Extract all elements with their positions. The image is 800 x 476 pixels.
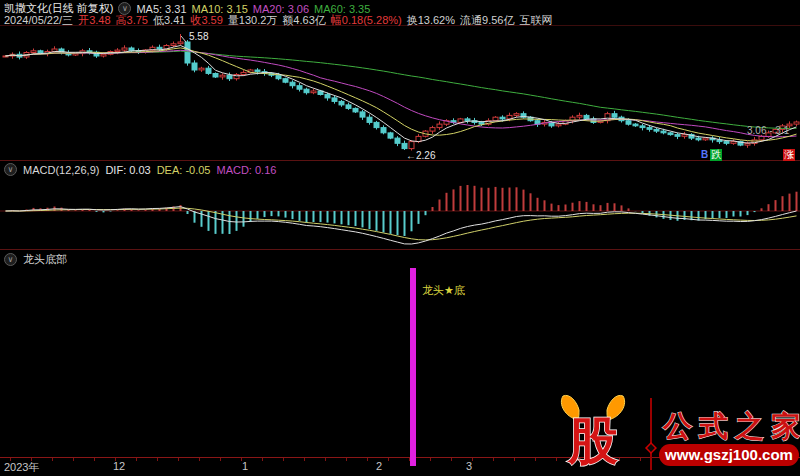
axis-tick <box>199 458 200 461</box>
axis-tick <box>262 458 263 461</box>
axis-tick <box>283 458 284 461</box>
axis-tick <box>178 458 179 461</box>
axis-tick <box>52 458 53 461</box>
axis-tick <box>367 458 368 461</box>
axis-label: 2023年 <box>4 460 39 475</box>
axis-tick <box>493 458 494 461</box>
signal-badge-b: B <box>701 149 708 161</box>
axis-tick <box>514 458 515 461</box>
axis-tick <box>430 458 431 461</box>
axis-tick <box>451 458 452 461</box>
dea-value: DEA: -0.05 <box>157 164 211 176</box>
date-value: 2024/05/22/三 <box>4 13 73 28</box>
signal-badge-down: 跌 <box>710 149 722 161</box>
macd-header: ∨ MACD(12,26,9) DIF: 0.03 DEA: -0.05 MAC… <box>4 163 276 176</box>
axis-tick <box>157 458 158 461</box>
signal-bar <box>410 268 416 466</box>
chevron-down-icon[interactable]: ∨ <box>4 253 17 266</box>
ma60-line <box>6 51 797 128</box>
axis-tick <box>346 458 347 461</box>
axis-tick <box>220 458 221 461</box>
axis-tick <box>304 458 305 461</box>
stock-app-window: 凯撒文化(日线 前复权) ∨ MA5: 3.31 MA10: 3.15 MA20… <box>0 0 800 476</box>
axis-tick <box>325 458 326 461</box>
logo-char: 股 <box>566 413 618 469</box>
close-value: 收3.59 <box>190 13 222 28</box>
axis-tick <box>472 458 473 461</box>
ma10-line <box>6 48 797 141</box>
high-value: 高3.75 <box>116 13 148 28</box>
axis-label: 3 <box>466 460 472 472</box>
right-price-label: 3.06 - 3.1 <box>747 125 790 136</box>
diamond-icon <box>646 443 656 453</box>
signal-panel-header: ∨ 龙头底部 <box>4 252 67 267</box>
signal-label: 龙头★底 <box>422 283 465 298</box>
signal-badge-up: 涨 <box>783 149 795 161</box>
low-price-label: ←2.26 <box>406 150 436 160</box>
axis-tick <box>535 458 536 461</box>
range-value: 幅0.18(5.28%) <box>331 13 402 28</box>
dif-value: DIF: 0.03 <box>105 164 150 176</box>
industry-value: 互联网 <box>519 13 552 28</box>
watermark-logo: 股 公式之家 www.gszj100.com <box>553 392 800 476</box>
panel-separator <box>0 249 800 250</box>
site-url: www.gszj100.com <box>664 446 793 463</box>
ma20-line <box>6 50 797 137</box>
high-price-label: 5.58 <box>189 31 209 42</box>
axis-tick <box>136 458 137 461</box>
axis-tick <box>73 458 74 461</box>
axis-label: 12 <box>113 460 125 472</box>
axis-tick <box>388 458 389 461</box>
chevron-down-icon[interactable]: ∨ <box>4 163 17 176</box>
kline-info-bar: 2024/05/22/三 开3.48 高3.75 低3.41 收3.59 量13… <box>4 13 552 28</box>
amount-value: 额4.63亿 <box>282 13 325 28</box>
site-name: 公式之家 <box>662 410 800 442</box>
low-value: 低3.41 <box>153 13 185 28</box>
macd-title: MACD(12,26,9) <box>23 164 99 176</box>
axis-label: 2 <box>376 460 382 472</box>
macd-value: MACD: 0.16 <box>216 164 276 176</box>
axis-tick <box>94 458 95 461</box>
volume-value: 量130.2万 <box>228 13 278 28</box>
turnover-value: 换13.62% <box>407 13 455 28</box>
open-value: 开3.48 <box>78 13 110 28</box>
signal-panel-title: 龙头底部 <box>23 252 67 267</box>
float-value: 流通9.56亿 <box>460 13 514 28</box>
axis-label: 1 <box>242 460 248 472</box>
